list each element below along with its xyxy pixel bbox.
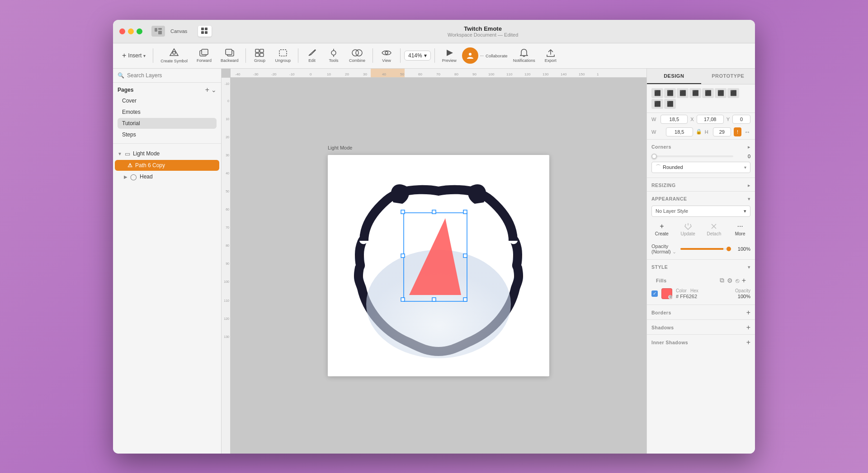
backward-button[interactable]: Backward xyxy=(217,47,242,65)
combine-button[interactable]: Combine xyxy=(345,47,369,65)
fills-copy-icon[interactable]: ⎋ xyxy=(736,277,739,284)
svg-rect-4 xyxy=(205,28,208,30)
collaborate-button[interactable] xyxy=(462,47,478,64)
page-item-cover[interactable]: Cover xyxy=(118,95,217,106)
page-item-tutorial[interactable]: Tutorial xyxy=(118,118,217,129)
title-section: Twitch Emote Workspace Document — Edited xyxy=(448,25,518,37)
warning-icon[interactable]: ! xyxy=(734,127,741,136)
traffic-lights xyxy=(119,28,142,34)
grid-icon[interactable] xyxy=(198,26,212,37)
add-border-button[interactable]: + xyxy=(746,309,750,317)
ungroup-button[interactable]: Ungroup xyxy=(271,47,294,65)
close-button[interactable] xyxy=(119,28,125,34)
group-icon xyxy=(255,48,264,57)
divider-1 xyxy=(647,139,755,140)
create-icon: + xyxy=(660,222,664,230)
appearance-header[interactable]: APPEARANCE ▾ xyxy=(647,192,755,204)
canvas-area[interactable]: -40 -30 -20 -10 0 10 20 30 40 50 60 70 8… xyxy=(222,69,646,454)
artboard-container: Light Mode xyxy=(328,155,549,376)
panel-tabs: DESIGN PROTOTYPE xyxy=(647,69,755,84)
minimize-button[interactable] xyxy=(128,28,134,34)
pages-chevron-icon[interactable]: ⌄ xyxy=(211,86,217,94)
view-button[interactable]: View xyxy=(377,47,396,65)
fills-settings-icon[interactable]: ⚙ xyxy=(727,277,733,284)
zoom-control[interactable]: 414% ▾ xyxy=(404,51,431,61)
align-center-v-button[interactable]: ⬛ xyxy=(715,88,726,98)
corner-type-icon: ⌒ xyxy=(656,164,661,171)
fill-item: ✓ ◎ Color Hex Opacity # FF6262 xyxy=(651,286,750,301)
layer-group-header-light-mode[interactable]: ▼ ▭ Light Mode xyxy=(113,148,221,159)
canvas-content[interactable]: Light Mode xyxy=(231,78,646,454)
fills-actions: ⧉ ⚙ ⎋ + xyxy=(720,276,746,285)
group-button[interactable]: Group xyxy=(250,47,269,65)
x-input[interactable] xyxy=(697,115,724,124)
flip-button[interactable]: ↔ xyxy=(744,128,750,136)
page-item-steps[interactable]: Steps xyxy=(118,129,217,140)
y-input[interactable] xyxy=(732,115,750,124)
align-tidy-button[interactable]: ⬛ xyxy=(664,99,676,109)
notifications-button[interactable]: Notifications xyxy=(509,47,539,65)
align-center-h-button[interactable]: ⬛ xyxy=(664,88,676,98)
align-bottom-button[interactable]: ⬛ xyxy=(651,99,663,109)
detach-style-button[interactable]: Detach xyxy=(704,222,725,236)
lock-icon: 🔒 xyxy=(696,129,702,135)
preview-button[interactable]: Preview xyxy=(439,47,460,65)
canvas-view-icon[interactable] xyxy=(151,26,165,37)
update-style-button[interactable]: Update xyxy=(678,222,698,236)
edit-button[interactable]: Edit xyxy=(302,47,322,65)
distribute-h-button[interactable]: ⬛ xyxy=(677,88,689,98)
corners-slider-thumb[interactable] xyxy=(651,154,657,159)
corners-slider[interactable] xyxy=(651,155,733,157)
style-section: STYLE ▾ Fills ⧉ ⚙ ⎋ + ✓ xyxy=(647,261,755,304)
width-input[interactable] xyxy=(660,115,688,124)
more-style-button[interactable]: ··· More xyxy=(730,222,750,236)
export-button[interactable]: Export xyxy=(541,47,561,65)
width-input-2[interactable] xyxy=(666,127,693,136)
add-shadow-button[interactable]: + xyxy=(746,323,750,332)
collaborate-section: ··· Collaborate xyxy=(462,47,508,64)
add-inner-shadow-button[interactable]: + xyxy=(746,338,750,347)
corner-type-dropdown[interactable]: ⌒ Rounded ▾ xyxy=(651,162,750,173)
maximize-button[interactable] xyxy=(137,28,142,34)
create-style-button[interactable]: + Create xyxy=(651,222,672,236)
corners-header[interactable]: Corners ▸ xyxy=(647,140,755,152)
layer-style-chevron-icon: ▾ xyxy=(744,208,746,214)
tab-prototype[interactable]: PROTOTYPE xyxy=(701,69,755,84)
opacity-slider[interactable] xyxy=(680,248,731,250)
fills-layers-icon[interactable]: ⧉ xyxy=(720,276,724,284)
distribute-v-button[interactable]: ⬛ xyxy=(727,88,739,98)
tools-button[interactable]: Tools xyxy=(324,47,344,65)
create-symbol-button[interactable]: Create Symbol xyxy=(157,46,191,65)
page-item-emotes[interactable]: Emotes xyxy=(118,107,217,117)
align-top-button[interactable]: ⬛ xyxy=(702,88,714,98)
resizing-header[interactable]: RESIZING ▸ xyxy=(647,179,755,190)
layer-style-dropdown[interactable]: No Layer Style ▾ xyxy=(651,206,750,217)
warning-layer-icon: ⚠ xyxy=(127,162,132,169)
h-input[interactable] xyxy=(713,127,731,136)
h-label-2: W xyxy=(651,129,663,135)
add-page-button[interactable]: + xyxy=(205,86,209,94)
insert-button[interactable]: + Insert ▾ xyxy=(118,50,149,61)
document-subtitle: Workspace Document — Edited xyxy=(448,32,518,37)
layer-group-header-head[interactable]: ▶ ◯ Head xyxy=(113,171,221,183)
align-left-button[interactable]: ⬛ xyxy=(651,88,663,98)
add-fill-button[interactable]: + xyxy=(742,276,746,285)
corner-type-row: ⌒ Rounded ▾ xyxy=(651,162,750,173)
tools-icon xyxy=(329,48,339,57)
collaborate-label: Collaborate xyxy=(486,53,508,58)
opacity-label: Opacity (Normal) ⌄ xyxy=(651,244,677,255)
search-input[interactable] xyxy=(127,72,217,79)
fill-checkbox[interactable]: ✓ xyxy=(651,290,658,297)
forward-button[interactable]: Forward xyxy=(193,47,215,65)
insert-label: Insert xyxy=(128,52,142,59)
preview-icon xyxy=(444,48,454,57)
svg-rect-34 xyxy=(432,210,436,214)
notifications-icon xyxy=(520,48,528,57)
tab-design[interactable]: DESIGN xyxy=(647,69,701,84)
opacity-thumb[interactable] xyxy=(726,247,731,251)
fill-color-swatch[interactable]: ◎ xyxy=(661,288,672,299)
align-right-button[interactable]: ⬛ xyxy=(689,88,701,98)
layer-item-path6copy[interactable]: ⚠ Path 6 Copy xyxy=(115,160,219,171)
svg-rect-16 xyxy=(260,53,264,56)
opacity-dropdown-icon[interactable]: ⌄ xyxy=(672,249,676,254)
